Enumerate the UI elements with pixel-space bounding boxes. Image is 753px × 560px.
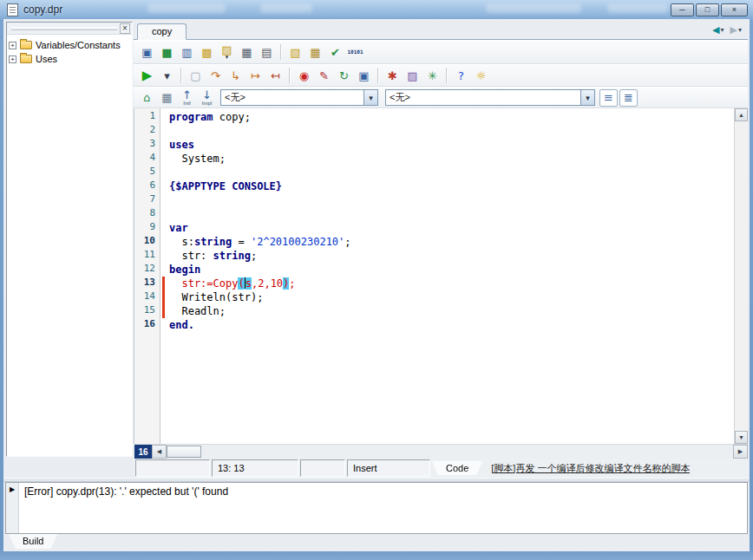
current-message-icon: ▶ <box>6 485 18 494</box>
code-line-2[interactable] <box>160 124 734 138</box>
scroll-right-icon[interactable]: ▶ <box>733 445 748 459</box>
interface-section-icon[interactable]: ↑Intf <box>178 89 196 107</box>
run-to-cursor-icon[interactable]: ↦ <box>246 67 265 84</box>
syntax-check-icon: ✔ <box>331 47 340 58</box>
help-icon[interactable]: ? <box>452 67 470 84</box>
minimize-button[interactable]: ─ <box>671 3 694 16</box>
step-over-icon[interactable]: ↷ <box>206 67 225 84</box>
main-column: copy ◀ ▾ ▶ ▾ ▣■▥▩▨▾▦▤▧▦✔10101 ▶▾▢↷↳↦↤◉✎↻… <box>134 19 750 478</box>
print-icon: ▤ <box>261 47 272 58</box>
type-combo[interactable]: <无> <box>220 89 378 106</box>
panel-close-icon[interactable]: × <box>120 23 130 34</box>
compile-icon[interactable]: ✱ <box>383 67 402 84</box>
messages-tabs-row: Build <box>3 534 750 551</box>
panel-grip[interactable] <box>11 27 117 30</box>
back-dropdown-icon[interactable]: ▾ <box>721 26 724 34</box>
type-combo-dropdown-icon[interactable] <box>363 90 377 105</box>
implementation-section-icon[interactable]: ↓Impl <box>198 89 216 107</box>
run-options-dropdown: ▾ <box>164 70 170 81</box>
code-line-14[interactable]: Writeln(str); <box>160 290 734 304</box>
run-icon: ▶ <box>142 69 153 82</box>
code-line-13[interactable]: str:=Copy(s,2,10); <box>160 277 734 290</box>
expand-icon[interactable]: + <box>9 42 16 49</box>
scroll-left-icon[interactable]: ◀ <box>152 445 167 459</box>
forward-dropdown-icon[interactable]: ▾ <box>738 26 742 34</box>
open-project-icon: ▧ <box>290 47 300 58</box>
navigate-forward-button[interactable]: ▶ ▾ <box>728 23 744 36</box>
line-number: 16 <box>134 318 160 332</box>
view-form-icon[interactable]: ▣ <box>138 43 156 61</box>
trace-into-icon[interactable]: ↳ <box>226 67 245 84</box>
code-line-10[interactable]: s:string = '2^20100230210'; <box>160 235 734 249</box>
code-line-3[interactable]: uses <box>160 138 734 152</box>
code-line-8[interactable] <box>160 207 734 221</box>
expand-icon[interactable]: + <box>9 55 16 63</box>
tab-code[interactable]: Code <box>432 461 482 475</box>
tree-item[interactable]: +Uses <box>9 52 130 66</box>
folder-icon <box>20 55 32 63</box>
sort-by-declaration-icon[interactable]: ≣ <box>619 89 638 107</box>
tab-copy[interactable]: copy <box>137 23 187 40</box>
member-combo[interactable]: <无> <box>385 89 595 106</box>
run-until-return-icon[interactable]: ↤ <box>266 67 285 84</box>
step-over-icon: ↷ <box>211 70 220 81</box>
code-line-1[interactable]: program copy; <box>160 110 734 124</box>
code-line-6[interactable]: {$APPTYPE CONSOLE} <box>160 179 734 193</box>
debug-toolbar: ▶▾▢↷↳↦↤◉✎↻▣✱▨✳?☼ <box>134 64 748 87</box>
image-icon[interactable]: ▨ <box>403 67 422 84</box>
scrollbar-thumb[interactable] <box>167 446 201 458</box>
code-line-11[interactable]: str: string; <box>160 249 734 263</box>
package-icon[interactable]: ■ <box>158 43 176 61</box>
scroll-down-icon[interactable]: ▼ <box>735 431 748 444</box>
code-line-15[interactable]: Readln; <box>160 304 734 318</box>
maximize-button[interactable]: □ <box>696 3 719 16</box>
code-line-12[interactable]: begin <box>160 263 734 277</box>
save-desktop-icon[interactable]: ▦ <box>158 89 176 107</box>
save-all-icon[interactable]: ▦ <box>306 43 324 61</box>
news-ticker-link[interactable]: [脚本]再发 一个编译后修改编译文件名称的脚本 <box>491 462 690 475</box>
code-line-4[interactable]: System; <box>160 152 734 166</box>
code-line-16[interactable]: end. <box>160 318 734 332</box>
run-icon[interactable]: ▶ <box>138 67 156 84</box>
scroll-up-icon[interactable]: ▲ <box>735 108 748 121</box>
syntax-check-icon[interactable]: ✔ <box>326 43 344 61</box>
view-units-icon[interactable]: ▥ <box>178 43 196 61</box>
new-items-icon[interactable]: ▩ <box>198 43 216 61</box>
toolbar-separator <box>289 68 291 83</box>
print-icon[interactable]: ▤ <box>258 43 276 61</box>
tab-build[interactable]: Build <box>9 534 57 549</box>
code-line-5[interactable] <box>160 166 734 179</box>
toolbar-separator <box>446 68 448 83</box>
horizontal-scrollbar[interactable]: 16 ◀ ▶ <box>134 444 748 459</box>
tip-of-day-icon[interactable]: ☼ <box>472 67 490 84</box>
code-area[interactable]: program copy;uses System;{$APPTYPE CONSO… <box>160 108 734 444</box>
code-line-7[interactable] <box>160 193 734 207</box>
navigate-back-button[interactable]: ◀ ▾ <box>710 23 726 36</box>
tree-item[interactable]: +Variables/Constants <box>9 38 130 52</box>
code-line-9[interactable]: var <box>160 221 734 235</box>
binary-file-icon[interactable]: 10101 <box>346 43 364 61</box>
pause-icon[interactable]: ▢ <box>187 67 205 84</box>
sort-alphabetically-icon[interactable]: ≡ <box>599 89 618 107</box>
structure-panel: × +Variables/Constants+Uses <box>6 22 133 457</box>
close-button[interactable]: × <box>721 3 748 16</box>
refresh-icon[interactable]: ↻ <box>335 67 353 84</box>
scrollbar-track[interactable] <box>201 445 733 459</box>
member-combo-dropdown-icon[interactable] <box>580 90 594 105</box>
open-file-icon-dropdown[interactable]: ▾ <box>226 54 229 61</box>
view-breakpoints-icon[interactable]: ◉ <box>295 67 313 84</box>
browse-home-icon[interactable]: ⌂ <box>138 89 156 107</box>
build-config-icon[interactable]: ✳ <box>423 67 442 84</box>
titlebar[interactable]: copy.dpr ─ □ × <box>0 0 753 19</box>
line-number: 12 <box>134 263 160 277</box>
line-number: 13 <box>134 277 160 290</box>
run-options-dropdown[interactable]: ▾ <box>158 67 176 84</box>
code-editor[interactable]: 12345678910111213141516 program copy;use… <box>134 108 748 444</box>
open-file-icon[interactable]: ▨▾ <box>218 43 236 61</box>
inspect-icon[interactable]: ▣ <box>355 67 373 84</box>
save-icon[interactable]: ▦ <box>238 43 256 61</box>
error-message[interactable]: [Error] copy.dpr(13): '.' expected but '… <box>19 483 747 533</box>
evaluate-modify-icon[interactable]: ✎ <box>315 67 333 84</box>
open-project-icon[interactable]: ▧ <box>286 43 304 61</box>
vertical-scrollbar[interactable]: ▲ ▼ <box>734 108 748 444</box>
